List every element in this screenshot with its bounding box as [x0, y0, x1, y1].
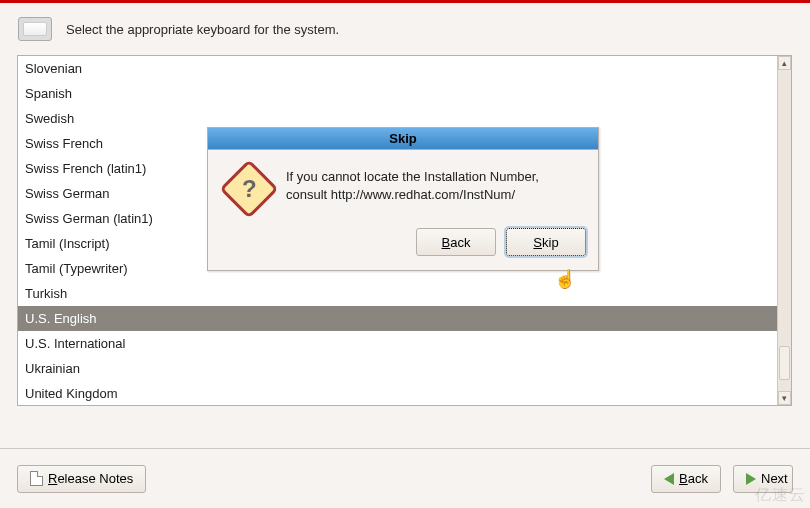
- list-item[interactable]: U.S. English: [18, 306, 778, 331]
- list-item[interactable]: Turkish: [18, 281, 778, 306]
- dialog-message: If you cannot locate the Installation Nu…: [286, 168, 578, 210]
- scroll-thumb[interactable]: [779, 346, 790, 380]
- list-item[interactable]: United Kingdom: [18, 381, 778, 405]
- scroll-down-button[interactable]: ▾: [778, 391, 791, 405]
- footer: Release Notes Back Next: [0, 448, 810, 508]
- keyboard-icon: [18, 17, 52, 41]
- next-label: Next: [761, 471, 788, 486]
- dialog-skip-button[interactable]: Skip: [506, 228, 586, 256]
- list-item[interactable]: Ukrainian: [18, 356, 778, 381]
- release-notes-button[interactable]: Release Notes: [17, 465, 146, 493]
- skip-dialog: Skip ? If you cannot locate the Installa…: [207, 127, 599, 271]
- page-header: Select the appropriate keyboard for the …: [0, 3, 810, 55]
- release-notes-label: Release Notes: [48, 471, 133, 486]
- dialog-skip-label: Skip: [533, 235, 558, 250]
- footer-nav: Back Next: [651, 465, 793, 493]
- arrow-left-icon: [664, 473, 674, 485]
- list-item[interactable]: Spanish: [18, 81, 778, 106]
- header-text: Select the appropriate keyboard for the …: [66, 22, 339, 37]
- question-icon: ?: [219, 159, 278, 218]
- list-item[interactable]: Slovenian: [18, 56, 778, 81]
- back-button[interactable]: Back: [651, 465, 721, 493]
- next-button[interactable]: Next: [733, 465, 793, 493]
- dialog-body: ? If you cannot locate the Installation …: [208, 150, 598, 220]
- dialog-title: Skip: [208, 128, 598, 150]
- scroll-up-button[interactable]: ▴: [778, 56, 791, 70]
- scrollbar[interactable]: ▴ ▾: [777, 56, 791, 405]
- scroll-track[interactable]: [778, 70, 791, 391]
- dialog-title-text: Skip: [389, 131, 416, 146]
- arrow-right-icon: [746, 473, 756, 485]
- document-icon: [30, 471, 43, 486]
- dialog-back-label: Back: [442, 235, 471, 250]
- dialog-button-row: Back Skip: [208, 220, 598, 270]
- list-item[interactable]: U.S. International: [18, 331, 778, 356]
- dialog-back-button[interactable]: Back: [416, 228, 496, 256]
- back-label: Back: [679, 471, 708, 486]
